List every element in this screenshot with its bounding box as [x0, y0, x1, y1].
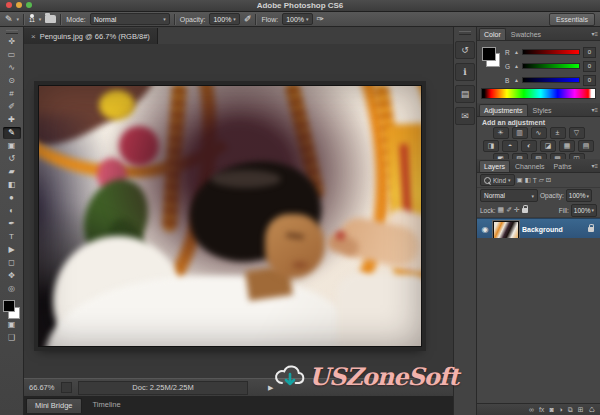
info-panel-icon[interactable]: ℹ — [455, 63, 475, 81]
color-spectrum-ramp[interactable] — [481, 88, 596, 99]
tool-shape[interactable]: ◻ — [3, 257, 21, 269]
color-lookup-icon[interactable]: ▤ — [578, 140, 594, 152]
dock-grip[interactable] — [459, 31, 471, 35]
tool-type[interactable]: T — [3, 231, 21, 243]
tool-quick-selection[interactable]: ⊙ — [3, 75, 21, 87]
link-layers-icon[interactable]: ∞ — [529, 406, 534, 413]
shape-layer-filter-icon[interactable]: ▱ — [539, 176, 544, 184]
green-value-field[interactable]: 0 — [583, 61, 596, 72]
screen-mode-button[interactable]: ❑ — [3, 332, 21, 344]
tool-move[interactable]: ✜ — [3, 36, 21, 48]
type-layer-filter-icon[interactable]: T — [533, 177, 537, 184]
layer-name[interactable]: Background — [522, 226, 563, 233]
tool-crop[interactable]: # — [3, 88, 21, 100]
airbrush-icon[interactable]: ✑ — [317, 15, 325, 24]
tab-timeline[interactable]: Timeline — [85, 398, 129, 411]
adjustment-layer-icon[interactable]: ◑ — [559, 406, 563, 413]
mini-bridge-panel-icon[interactable]: ✉ — [455, 107, 475, 125]
channel-mixer-icon[interactable]: ▦ — [559, 140, 575, 152]
smart-object-filter-icon[interactable]: ⊡ — [546, 176, 551, 184]
opacity-field[interactable]: 100% ▾ — [209, 13, 239, 25]
tools-panel-grip[interactable] — [6, 30, 18, 34]
lock-all-icon[interactable] — [522, 208, 528, 213]
exposure-icon[interactable]: ± — [550, 127, 566, 139]
delete-layer-icon[interactable]: ♺ — [589, 406, 595, 413]
tool-clone-stamp[interactable]: ▣ — [3, 140, 21, 152]
tab-styles[interactable]: Styles — [529, 105, 556, 116]
flow-field[interactable]: 100% ▾ — [282, 13, 312, 25]
tool-blur[interactable]: ● — [3, 192, 21, 204]
lock-transparent-pixels-icon[interactable]: ▦ — [498, 206, 505, 214]
panel-foreground-swatch[interactable] — [482, 47, 496, 61]
tool-path-selection[interactable]: ▶ — [3, 244, 21, 256]
lock-position-icon[interactable]: ✛ — [514, 206, 520, 214]
panel-menu-icon[interactable]: ▾≡ — [591, 30, 598, 40]
tool-brush[interactable]: ✎ — [3, 127, 21, 139]
document-size-info[interactable]: Doc: 2.25M/2.25M — [78, 381, 248, 395]
brush-panel-toggle-icon[interactable] — [45, 15, 56, 23]
levels-icon[interactable]: ▥ — [512, 127, 528, 139]
new-layer-icon[interactable]: ⊞ — [578, 406, 584, 413]
tool-history-brush[interactable]: ↺ — [3, 153, 21, 165]
brightness-contrast-icon[interactable]: ☀ — [493, 127, 509, 139]
photo-document[interactable] — [38, 85, 422, 347]
tab-swatches[interactable]: Swatches — [507, 29, 545, 40]
tool-rectangular-marquee[interactable]: ▭ — [3, 49, 21, 61]
canvas-area[interactable] — [24, 44, 453, 378]
photo-filter-icon[interactable]: ◪ — [540, 140, 556, 152]
tool-dodge[interactable]: ◐ — [3, 205, 21, 217]
layer-visibility-eye-icon[interactable]: ◉ — [480, 225, 490, 234]
properties-panel-icon[interactable]: ▤ — [455, 85, 475, 103]
black-white-icon[interactable]: ◐ — [521, 140, 537, 152]
blend-mode-select[interactable]: Normal ▾ — [90, 13, 170, 25]
zoom-level-field[interactable]: 66.67% — [29, 383, 55, 392]
tab-mini-bridge[interactable]: Mini Bridge — [26, 398, 82, 413]
tab-layers[interactable]: Layers — [479, 160, 510, 172]
tab-paths[interactable]: Paths — [550, 161, 576, 172]
slider-triangle-icon[interactable]: ▲ — [514, 77, 519, 83]
history-panel-icon[interactable]: ↺ — [455, 41, 475, 59]
tool-gradient[interactable]: ◧ — [3, 179, 21, 191]
tab-color[interactable]: Color — [479, 28, 506, 40]
red-value-field[interactable]: 0 — [583, 47, 596, 58]
layer-thumbnail[interactable] — [493, 221, 519, 239]
quick-mask-button[interactable]: ▣ — [3, 319, 21, 331]
tool-pen[interactable]: ✒ — [3, 218, 21, 230]
tab-adjustments[interactable]: Adjustments — [479, 104, 528, 116]
layer-filter-kind-select[interactable]: Kind ▾ — [480, 174, 515, 186]
layer-fill-field[interactable]: 100% ▾ — [571, 204, 597, 217]
close-tab-icon[interactable]: × — [31, 32, 36, 41]
tab-channels[interactable]: Channels — [511, 161, 549, 172]
pressure-opacity-icon[interactable]: ✐ — [244, 15, 252, 24]
new-group-icon[interactable]: ⧉ — [568, 406, 573, 413]
layer-opacity-field[interactable]: 100% ▾ — [566, 189, 592, 202]
tool-eyedropper[interactable]: ✐ — [3, 101, 21, 113]
slider-triangle-icon[interactable]: ▲ — [514, 49, 519, 55]
panel-menu-icon[interactable]: ▾≡ — [591, 106, 598, 116]
hue-saturation-icon[interactable]: ◨ — [483, 140, 499, 152]
layer-mask-icon[interactable]: ◙ — [549, 406, 553, 413]
panel-menu-icon[interactable]: ▾≡ — [591, 162, 598, 172]
red-slider-track[interactable] — [522, 49, 580, 55]
color-balance-icon[interactable]: ◓ — [502, 140, 518, 152]
vibrance-icon[interactable]: ▽ — [569, 127, 585, 139]
tool-zoom[interactable]: ◎ — [3, 283, 21, 295]
tool-preset-dropdown-icon[interactable]: ▾ — [17, 16, 20, 22]
blue-value-field[interactable]: 0 — [583, 75, 596, 86]
lock-image-pixels-icon[interactable]: ✐ — [506, 206, 512, 214]
foreground-color-swatch[interactable] — [3, 300, 15, 312]
brush-preset-picker[interactable]: 11 — [29, 14, 35, 24]
brush-picker-dropdown-icon[interactable]: ▾ — [39, 16, 42, 22]
blue-slider-track[interactable] — [522, 77, 580, 83]
layer-effects-icon[interactable]: fx — [539, 406, 544, 413]
tool-lasso[interactable]: ∿ — [3, 62, 21, 74]
pixel-layer-filter-icon[interactable]: ▣ — [517, 176, 523, 184]
slider-triangle-icon[interactable]: ▲ — [514, 63, 519, 69]
adjustment-layer-filter-icon[interactable]: ◧ — [525, 176, 531, 184]
brush-tool-preset-icon[interactable]: ✎ — [5, 15, 13, 24]
workspace-switcher-button[interactable]: Essentials — [549, 13, 595, 26]
tool-hand[interactable]: ✥ — [3, 270, 21, 282]
green-slider-track[interactable] — [522, 63, 580, 69]
layer-blend-mode-select[interactable]: Normal ▾ — [480, 189, 538, 202]
tool-healing-brush[interactable]: ✚ — [3, 114, 21, 126]
